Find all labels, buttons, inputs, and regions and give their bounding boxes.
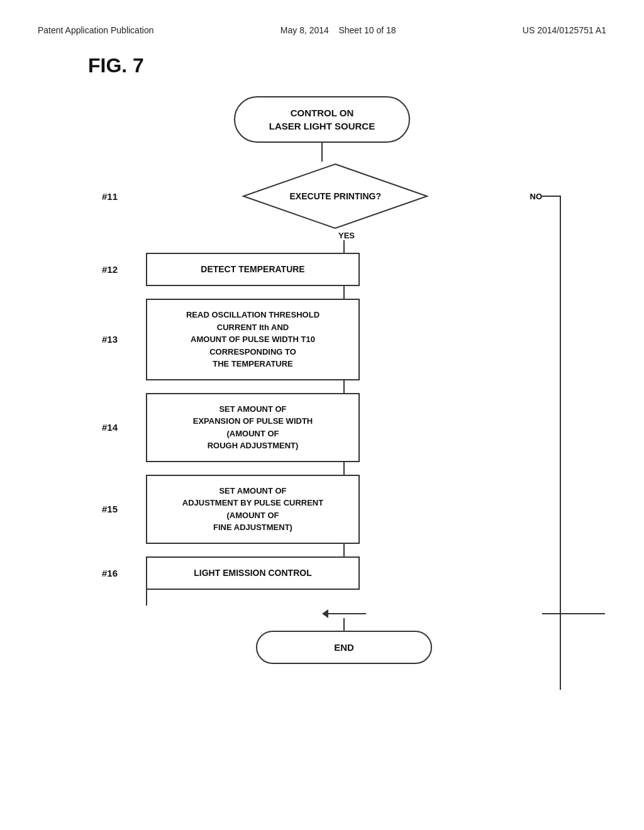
page: Patent Application Publication May 8, 20…	[0, 0, 644, 830]
step13-row: #13 READ OSCILLATION THRESHOLD CURRENT I…	[102, 299, 542, 380]
start-terminal: CONTROL ON LASER LIGHT SOURCE	[234, 96, 410, 143]
header-right: US 2014/0125751 A1	[523, 25, 606, 35]
step15-label: #15	[102, 504, 146, 514]
end-terminal: END	[256, 631, 432, 664]
step14-row: #14 SET AMOUNT OF EXPANSION OF PULSE WID…	[102, 393, 542, 462]
header: Patent Application Publication May 8, 20…	[38, 25, 606, 35]
bottom-connector	[146, 590, 542, 606]
step15-process: SET AMOUNT OF ADJUSTMENT BY PULSE CURREN…	[146, 475, 360, 544]
step14-process: SET AMOUNT OF EXPANSION OF PULSE WIDTH (…	[146, 393, 360, 462]
figure-title: FIG. 7	[88, 54, 606, 77]
return-arrow	[322, 609, 328, 618]
step16-process: LIGHT EMISSION CONTROL	[146, 556, 360, 590]
step12-row: #12 DETECT TEMPERATURE	[102, 253, 542, 286]
no-label: NO	[530, 192, 543, 201]
header-left: Patent Application Publication	[38, 25, 153, 35]
step14-label: #14	[102, 422, 146, 433]
step16-row: #16 LIGHT EMISSION CONTROL	[102, 556, 542, 590]
step15-row: #15 SET AMOUNT OF ADJUSTMENT BY PULSE CU…	[102, 475, 542, 544]
step11-decision: EXECUTE PRINTING?	[241, 162, 430, 231]
step12-process: DETECT TEMPERATURE	[146, 253, 360, 286]
no-branch-horiz	[542, 196, 561, 197]
return-horiz-line	[542, 613, 605, 614]
header-center: May 8, 2014 Sheet 10 of 18	[280, 25, 396, 35]
step13-process: READ OSCILLATION THRESHOLD CURRENT Ith A…	[146, 299, 360, 380]
yes-label: YES	[338, 231, 355, 240]
step11-label: #11	[102, 191, 146, 202]
step16-label: #16	[102, 568, 146, 578]
flowchart: CONTROL ON LASER LIGHT SOURCE #11 EXECUT…	[102, 96, 542, 664]
step13-label: #13	[102, 334, 146, 345]
step12-label: #12	[102, 264, 146, 275]
no-branch-line	[560, 196, 561, 690]
